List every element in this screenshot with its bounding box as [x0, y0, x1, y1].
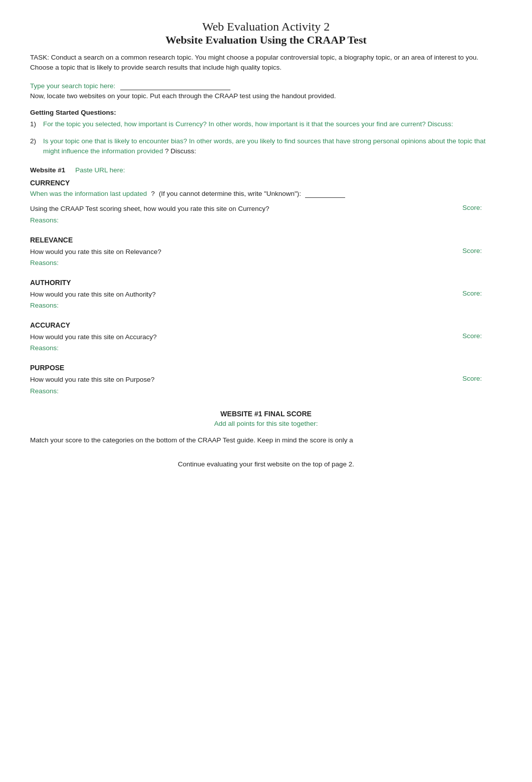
getting-started-label: Getting Started Questions: [30, 109, 502, 116]
currency-row: When was the information last updated ? … [30, 190, 502, 198]
question-1: 1) For the topic you selected, how impor… [30, 119, 502, 129]
final-score-block: WEBSITE #1 FINAL SCORE Add all points fo… [30, 410, 502, 427]
questions-block: 1) For the topic you selected, how impor… [30, 119, 502, 157]
question-2-text: Is your topic one that is likely to enco… [43, 137, 485, 155]
cannot-determine-text: (If you cannot determine this, write "Un… [159, 190, 301, 197]
add-all-points: Add all points for this site together: [30, 420, 502, 427]
currency-question-mark: ? [151, 190, 155, 197]
question-1-num: 1) [30, 119, 40, 129]
unknown-answer-field [305, 190, 345, 198]
question-2-content: Is your topic one that is likely to enco… [43, 136, 502, 157]
authority-rating-row: How would you rate this site on Authorit… [30, 290, 502, 300]
final-score-title: WEBSITE #1 FINAL SCORE [30, 410, 502, 418]
purpose-rating-row: How would you rate this site on Purpose?… [30, 375, 502, 385]
currency-question: When was the information last updated [30, 190, 147, 197]
purpose-score-label: Score: [462, 375, 502, 382]
currency-rating-row: Using the CRAAP Test scoring sheet, how … [30, 204, 502, 214]
relevance-score-label: Score: [462, 247, 502, 254]
accuracy-title: ACCURACY [30, 321, 502, 329]
title-line1: Web Evaluation Activity 2 [30, 20, 502, 34]
authority-rating-text: How would you rate this site on Authorit… [30, 290, 462, 300]
accuracy-rating-text: How would you rate this site on Accuracy… [30, 332, 462, 342]
currency-score-label: Score: [462, 204, 502, 211]
authority-reasons-label: Reasons: [30, 302, 502, 309]
website1-label: Website #1 [30, 166, 65, 174]
accuracy-block: ACCURACY How would you rate this site on… [30, 321, 502, 352]
purpose-block: PURPOSE How would you rate this site on … [30, 364, 502, 394]
website1-header: Website #1 Paste URL here: [30, 166, 502, 174]
purpose-title: PURPOSE [30, 364, 502, 372]
accuracy-reasons-label: Reasons: [30, 344, 502, 352]
question-2-suffix: ? Discuss: [165, 147, 196, 155]
relevance-reasons-label: Reasons: [30, 259, 502, 267]
purpose-rating-text: How would you rate this site on Purpose? [30, 375, 462, 385]
search-topic-input[interactable] [120, 82, 230, 90]
question-2-num: 2) [30, 136, 40, 157]
continue-text: Continue evaluating your first website o… [30, 460, 502, 468]
authority-block: AUTHORITY How would you rate this site o… [30, 279, 502, 309]
purpose-reasons-label: Reasons: [30, 387, 502, 395]
currency-title: CURRENCY [30, 179, 502, 187]
paste-url-label: Paste URL here: [75, 166, 125, 174]
task-text: TASK: Conduct a search on a common resea… [30, 53, 502, 73]
page-title: Web Evaluation Activity 2 Website Evalua… [30, 20, 502, 47]
authority-title: AUTHORITY [30, 279, 502, 287]
currency-rating-text: Using the CRAAP Test scoring sheet, how … [30, 204, 462, 214]
relevance-block: RELEVANCE How would you rate this site o… [30, 236, 502, 267]
search-topic-label: Type your search topic here: [30, 82, 115, 90]
relevance-rating-row: How would you rate this site on Relevanc… [30, 247, 502, 257]
relevance-title: RELEVANCE [30, 236, 502, 244]
match-text: Match your score to the categories on th… [30, 435, 502, 445]
accuracy-score-label: Score: [462, 332, 502, 340]
search-topic-line: Type your search topic here: [30, 82, 502, 90]
relevance-rating-text: How would you rate this site on Relevanc… [30, 247, 462, 257]
question-1-text: For the topic you selected, how importan… [43, 119, 502, 129]
question-2: 2) Is your topic one that is likely to e… [30, 136, 502, 157]
authority-score-label: Score: [462, 290, 502, 297]
title-line2: Website Evaluation Using the CRAAP Test [30, 34, 502, 47]
locate-text: Now, locate two websites on your topic. … [30, 92, 502, 100]
currency-reasons-label: Reasons: [30, 216, 502, 224]
website1-block: Website #1 Paste URL here: CURRENCY When… [30, 166, 502, 223]
accuracy-rating-row: How would you rate this site on Accuracy… [30, 332, 502, 342]
